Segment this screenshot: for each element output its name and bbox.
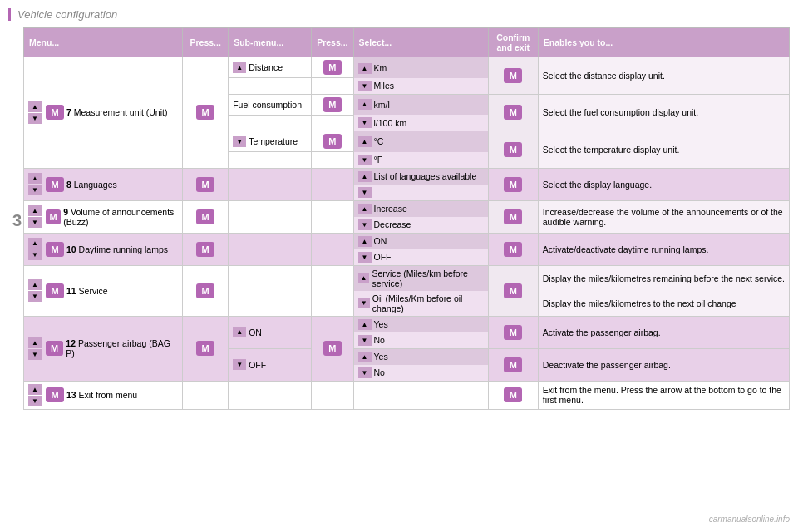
confirm-airbag-off: M xyxy=(488,348,538,381)
m-button-temp[interactable]: M xyxy=(323,134,342,149)
arrow-down-oil[interactable]: ▼ xyxy=(358,298,370,308)
arrow-up-11[interactable]: ▲ xyxy=(28,279,42,290)
m-button-press-11[interactable]: M xyxy=(196,283,214,298)
arrow-up-on[interactable]: ▲ xyxy=(358,236,372,247)
m-button-confirm-daytime[interactable]: M xyxy=(504,242,522,257)
m-button-confirm-temp[interactable]: M xyxy=(504,142,522,157)
select-label-celsius: °C xyxy=(374,136,384,146)
arrow-up-7[interactable]: ▲ xyxy=(28,101,42,112)
submenu-label-temp: Temperature xyxy=(249,136,298,146)
m-button-confirm-fuel[interactable]: M xyxy=(504,105,522,120)
m-button-press-7[interactable]: M xyxy=(196,105,214,120)
m-button-confirm-airbag-off[interactable]: M xyxy=(504,357,522,372)
m-button-10[interactable]: M xyxy=(46,242,64,257)
submenu-empty-2 xyxy=(229,115,312,131)
select-on-daytime: ▲ ON xyxy=(353,233,488,249)
submenu-volume xyxy=(229,200,312,233)
arrow-down-f[interactable]: ▼ xyxy=(358,155,372,165)
col-enables: Enables you to... xyxy=(538,28,789,57)
select-label-increase: Increase xyxy=(374,204,407,214)
arrow-up-celsius[interactable]: ▲ xyxy=(358,136,372,147)
m-button-13[interactable]: M xyxy=(46,387,64,402)
m-button-press-10[interactable]: M xyxy=(196,242,214,257)
table-row: ▲ ▼ M 9 Volume of announcements (Buzz) M xyxy=(24,200,790,217)
select-label-kml: km/l xyxy=(374,100,390,110)
arrow-down-11[interactable]: ▼ xyxy=(28,291,42,302)
table-header-row: Menu... Press... Sub-menu... Press... Se… xyxy=(24,28,790,57)
arrow-up-8[interactable]: ▲ xyxy=(28,173,42,184)
m-button-confirm-distance[interactable]: M xyxy=(504,68,522,83)
m-button-press-8[interactable]: M xyxy=(196,177,214,192)
arrow-down-l100[interactable]: ▼ xyxy=(358,117,372,128)
menu-cell-7: ▲ ▼ M 7 Measurement unit (Unit) xyxy=(24,57,183,169)
menu-label-11: 11 Service xyxy=(66,286,108,296)
arrow-down-no2[interactable]: ▼ xyxy=(358,367,372,378)
arrow-down-off[interactable]: ▼ xyxy=(358,252,372,263)
arrow-up-langs[interactable]: ▲ xyxy=(358,171,372,182)
select-langs-down: ▼ xyxy=(353,185,488,201)
m-button-12[interactable]: M xyxy=(46,341,63,356)
menu-label-8: 8 Languages xyxy=(66,180,117,190)
enables-airbag-on: Activate the passenger airbag. xyxy=(538,316,789,348)
arrow-up-yes1[interactable]: ▲ xyxy=(358,319,372,330)
submenu-airbag-on: ▲ ON xyxy=(229,316,312,348)
enables-daytime: Activate/deactivate daytime running lamp… xyxy=(538,233,789,265)
m-button-confirm-exit[interactable]: M xyxy=(504,387,522,402)
arrow-down-8[interactable]: ▼ xyxy=(28,185,42,195)
arrow-up-increase[interactable]: ▲ xyxy=(358,204,372,214)
submenu-temp: ▼ Temperature xyxy=(229,131,312,152)
m-button-confirm-service[interactable]: M xyxy=(504,283,522,298)
m-button-distance[interactable]: M xyxy=(323,60,342,75)
arrow-up-9[interactable]: ▲ xyxy=(28,205,42,216)
press-daytime xyxy=(312,233,353,265)
m-button-fuel[interactable]: M xyxy=(323,97,342,112)
select-miles: ▼ Miles xyxy=(353,78,488,95)
arrow-block-7: ▲ ▼ xyxy=(28,101,42,124)
arrow-up-airbag[interactable]: ▲ xyxy=(233,327,246,337)
arrow-block-12: ▲ ▼ xyxy=(28,337,42,360)
arrow-down-9[interactable]: ▼ xyxy=(28,217,42,228)
select-label-yes1: Yes xyxy=(374,319,388,329)
arrow-down-miles[interactable]: ▼ xyxy=(358,81,372,91)
m-button-confirm-airbag-on[interactable]: M xyxy=(504,325,522,340)
submenu-empty-3 xyxy=(229,152,312,169)
m-button-airbag[interactable]: M xyxy=(323,341,342,356)
arrow-down-langs[interactable]: ▼ xyxy=(358,187,372,198)
m-button-confirm-volume[interactable]: M xyxy=(504,209,522,224)
arrow-down-12[interactable]: ▼ xyxy=(28,349,42,360)
menu-label-13: 13 Exit from menu xyxy=(66,390,137,400)
arrow-up-distance[interactable]: ▲ xyxy=(233,62,246,73)
select-kml: ▲ km/l xyxy=(353,94,488,115)
enables-fuel: Select the fuel consumption display unit… xyxy=(538,94,789,131)
enables-langs: Select the display language. xyxy=(538,168,789,200)
arrow-down-10[interactable]: ▼ xyxy=(28,249,42,260)
arrow-up-12[interactable]: ▲ xyxy=(28,337,42,348)
arrow-down-temp[interactable]: ▼ xyxy=(233,136,246,147)
chapter-number: 3 xyxy=(8,203,23,234)
m-button-9[interactable]: M xyxy=(46,209,61,224)
arrow-down-7[interactable]: ▼ xyxy=(28,113,42,124)
arrow-down-airbag[interactable]: ▼ xyxy=(233,359,246,370)
menu-cell-12: ▲ ▼ M 12 Passenger airbag (BAG P) xyxy=(24,316,183,381)
m-button-confirm-langs[interactable]: M xyxy=(504,177,522,192)
select-increase: ▲ Increase xyxy=(353,200,488,217)
arrow-up-yes2[interactable]: ▲ xyxy=(358,352,372,362)
select-label-km: Km xyxy=(374,63,387,73)
arrow-up-10[interactable]: ▲ xyxy=(28,238,42,249)
arrow-up-kml[interactable]: ▲ xyxy=(358,99,372,110)
arrow-down-13[interactable]: ▼ xyxy=(28,396,42,406)
m-button-7[interactable]: M xyxy=(46,105,64,120)
m-button-11[interactable]: M xyxy=(46,283,64,298)
arrow-up-13[interactable]: ▲ xyxy=(28,384,42,395)
arrow-up-km[interactable]: ▲ xyxy=(358,63,372,74)
confirm-langs: M xyxy=(488,168,538,200)
arrow-up-service[interactable]: ▲ xyxy=(358,273,370,283)
arrow-down-no1[interactable]: ▼ xyxy=(358,335,372,346)
m-button-press-12[interactable]: M xyxy=(196,341,214,356)
arrow-down-decrease[interactable]: ▼ xyxy=(358,219,372,230)
select-celsius: ▲ °C xyxy=(353,131,488,152)
enables-service-2: Display the miles/kilometres to the next… xyxy=(538,291,789,317)
m-button-8[interactable]: M xyxy=(46,177,64,192)
m-button-press-9[interactable]: M xyxy=(196,209,214,224)
select-label-oil: Oil (Miles/Km before oil change) xyxy=(372,293,484,313)
